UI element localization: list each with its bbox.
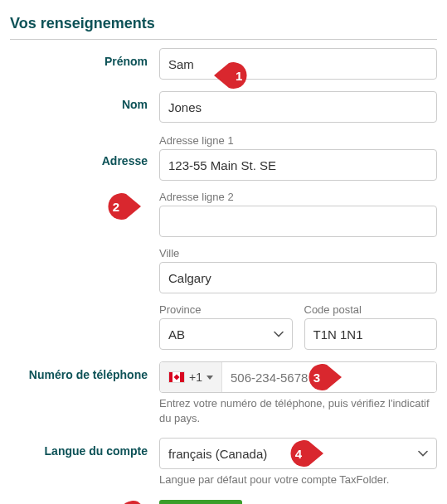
province-value: AB — [168, 327, 185, 342]
postal-input[interactable] — [304, 318, 438, 350]
callout-number: 3 — [295, 363, 342, 391]
chevron-down-icon — [418, 450, 428, 457]
nom-input[interactable] — [159, 91, 437, 123]
caret-down-icon — [206, 376, 213, 380]
save-button[interactable]: Enregistrer — [159, 500, 242, 504]
province-select[interactable]: AB — [159, 318, 293, 350]
label-adresse1: Adresse ligne 1 — [159, 134, 437, 147]
callout-number: 5 — [106, 500, 153, 504]
prenom-input[interactable] — [159, 48, 437, 80]
label-prenom: Prénom — [10, 48, 159, 68]
callout-number: 4 — [277, 439, 323, 468]
page-title: Vos renseignements — [10, 15, 437, 40]
chevron-down-icon — [274, 331, 284, 337]
label-ville: Ville — [159, 247, 437, 259]
info-form: Prénom 1 Nom Adresse Adresse ligne 1 — [10, 48, 437, 504]
flag-canada-icon — [168, 371, 185, 383]
label-adresse: Adresse — [10, 134, 159, 167]
label-nom: Nom — [10, 91, 159, 111]
language-value: français (Canada) — [168, 447, 267, 461]
label-adresse2: Adresse ligne 2 — [159, 191, 437, 203]
phone-country-select[interactable]: +1 — [160, 362, 222, 392]
callout-number: 1 — [214, 61, 260, 90]
adresse2-input[interactable] — [159, 206, 437, 237]
ville-input[interactable] — [159, 262, 437, 293]
phone-helper: Entrez votre numéro de téléphone, puis v… — [159, 396, 437, 426]
phone-prefix-value: +1 — [189, 371, 202, 384]
label-phone: Numéro de téléphone — [10, 361, 159, 381]
label-province: Province — [159, 303, 293, 316]
callout-number: 2 — [95, 192, 141, 220]
label-lang: Langue du compte — [10, 438, 159, 458]
adresse1-input[interactable] — [159, 149, 437, 181]
language-helper: Langue par défaut pour votre compte TaxF… — [159, 472, 437, 487]
label-postal: Code postal — [304, 303, 438, 316]
